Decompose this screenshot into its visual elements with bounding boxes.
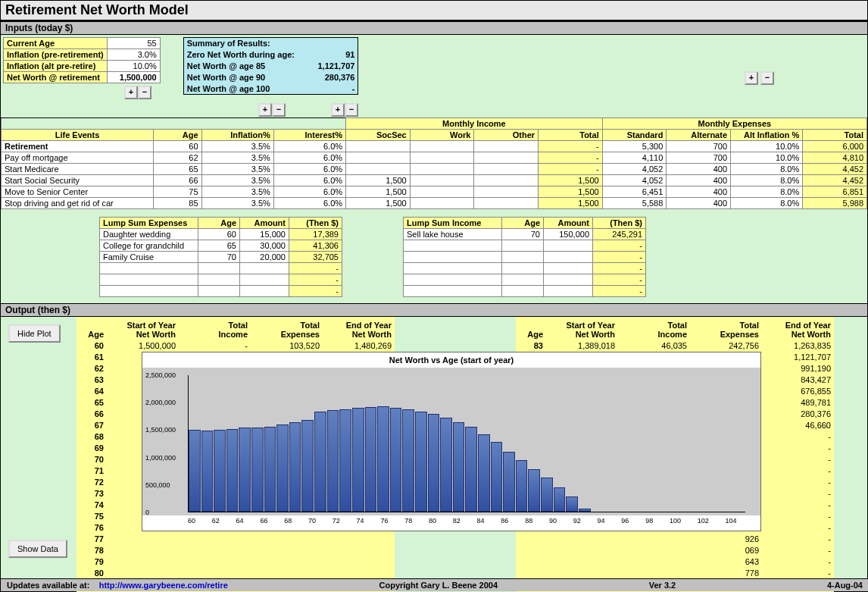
inputs-table: Current Age55 Inflation (pre-retirement)… — [3, 37, 161, 83]
inputs-minus[interactable]: − — [138, 86, 151, 99]
col-minus-2[interactable]: − — [345, 103, 358, 117]
chart-bar — [339, 409, 351, 512]
chart-bar — [327, 410, 339, 512]
lump-row[interactable]: College for grandchild6530,00041,306 — [100, 240, 342, 252]
lump-row[interactable]: - — [404, 240, 646, 252]
inputs-plus[interactable]: + — [124, 86, 138, 99]
chart-bar — [189, 430, 201, 512]
output-row: 601,500,000-103,5201,480,269 — [76, 340, 395, 351]
chart-bar — [377, 406, 389, 512]
chart-bar — [390, 408, 402, 512]
lump-expenses: Lump Sum ExpensesAgeAmount(Then $) Daugh… — [99, 217, 342, 297]
show-data-button[interactable]: Show Data — [8, 540, 67, 558]
chart-bar — [352, 408, 364, 512]
summary-box: Summary of Results: Zero Net Worth durin… — [183, 37, 359, 95]
chart-bar — [516, 460, 528, 512]
chart-bar — [541, 478, 553, 512]
output-row: 831,389,01846,035242,7561,263,835 — [516, 340, 834, 351]
networth-chart: Net Worth vs Age (start of year) 0500,00… — [137, 352, 766, 531]
chart-bar — [301, 420, 314, 512]
col-minus-1[interactable]: − — [272, 103, 286, 117]
life-events-table: Monthly Income Monthly Expenses Life Eve… — [1, 117, 867, 209]
chart-bar — [365, 407, 377, 512]
chart-bar — [478, 434, 490, 512]
inputs-header: Inputs (today $) — [1, 21, 867, 35]
footer-link[interactable]: http://www.garybeene.com/retire — [99, 581, 228, 590]
output-row: 80 — [76, 567, 395, 578]
chart-bar — [239, 428, 251, 512]
output-row: 78 — [76, 544, 395, 556]
output-row: 778- — [516, 567, 834, 578]
lump-row[interactable]: Family Cruise7020,00032,705 — [100, 252, 342, 263]
event-row[interactable]: Start Social Security663.5%6.0% 1,5001,5… — [2, 175, 867, 186]
chart-bar — [579, 509, 591, 512]
event-row[interactable]: Move to Senior Center753.5%6.0% 1,5001,5… — [2, 186, 867, 198]
output-row: 069- — [516, 544, 834, 556]
lump-row[interactable]: - — [404, 274, 646, 286]
output-header: Output (then $) — [1, 303, 867, 317]
event-row[interactable]: Retirement603.5%6.0% - 5,30070010.0%6,00… — [2, 141, 867, 152]
lump-row[interactable]: Daughter wedding6015,00017,389 — [100, 229, 342, 240]
chart-bar — [314, 412, 326, 512]
inputs-panel: Current Age55 Inflation (pre-retirement)… — [1, 35, 867, 103]
app-window: Retirement Net Worth Model Inputs (today… — [0, 0, 868, 592]
col-plus-1[interactable]: + — [258, 103, 272, 117]
lump-row[interactable]: Sell lake house70150,000245,291 — [404, 229, 646, 240]
output-row: 77 — [76, 533, 395, 544]
lump-row[interactable]: - — [404, 252, 646, 263]
footer: Updates available at: http://www.garybee… — [1, 578, 868, 591]
lump-row[interactable]: - — [404, 286, 646, 297]
chart-bar — [491, 442, 503, 512]
output-row: 926- — [516, 533, 834, 544]
event-row[interactable]: Start Medicare653.5%6.0% - 4,0524008.0%4… — [2, 164, 867, 175]
event-row[interactable]: Stop driving and get rid of car853.5%6.0… — [2, 198, 867, 209]
col-plus-2[interactable]: + — [331, 103, 345, 117]
lump-sums: Lump Sum ExpensesAgeAmount(Then $) Daugh… — [1, 209, 867, 303]
hide-plot-button[interactable]: Hide Plot — [8, 324, 61, 343]
lump-row[interactable]: - — [100, 286, 342, 297]
lump-income: Lump Sum IncomeAgeAmount(Then $) Sell la… — [403, 217, 646, 297]
chart-bar — [289, 422, 301, 512]
chart-bar — [251, 428, 264, 512]
chart-bar — [428, 414, 440, 512]
chart-bar — [554, 487, 566, 512]
chart-bar — [415, 412, 427, 512]
chart-bar — [226, 429, 239, 512]
chart-bar — [201, 431, 214, 512]
expenses-minus[interactable]: − — [760, 71, 774, 85]
chart-bar — [465, 427, 477, 512]
lump-row[interactable]: - — [100, 274, 342, 286]
chart-bar — [566, 496, 578, 512]
lump-row[interactable]: - — [404, 263, 646, 274]
chart-bar — [402, 409, 414, 512]
output-row: 643- — [516, 556, 834, 567]
chart-bar — [503, 452, 515, 512]
chart-bar — [276, 424, 289, 512]
output-row: 79 — [76, 556, 395, 567]
chart-bar — [453, 422, 465, 512]
chart-bar — [440, 418, 452, 512]
chart-bar — [214, 430, 226, 512]
expenses-plus[interactable]: + — [745, 71, 758, 85]
lump-row[interactable]: - — [100, 263, 342, 274]
chart-bar — [264, 427, 276, 512]
page-title: Retirement Net Worth Model — [1, 1, 867, 21]
chart-bar — [528, 469, 540, 512]
event-row[interactable]: Pay off mortgage623.5%6.0% - 4,11070010.… — [2, 152, 867, 164]
